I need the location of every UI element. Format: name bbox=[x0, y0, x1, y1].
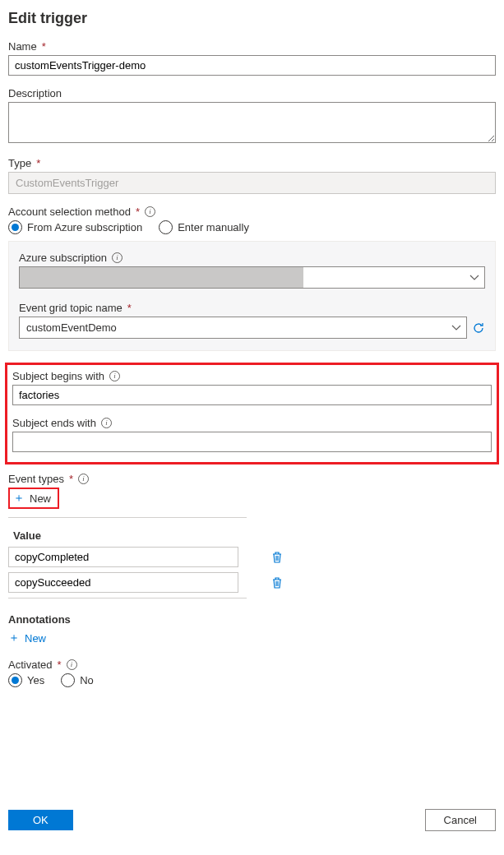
activated-radio-group: Yes No bbox=[8, 673, 496, 687]
event-types-list: Value bbox=[8, 517, 496, 598]
page-title: Edit trigger bbox=[8, 10, 496, 27]
cancel-button[interactable]: Cancel bbox=[425, 809, 496, 831]
subject-begins-label-text: Subject begins with bbox=[12, 370, 104, 382]
subject-ends-field: Subject ends with i bbox=[12, 417, 492, 452]
event-grid-topic-label-text: Event grid topic name bbox=[19, 302, 123, 314]
radio-activated-yes[interactable]: Yes bbox=[8, 673, 44, 687]
ok-button[interactable]: OK bbox=[8, 810, 73, 830]
divider bbox=[8, 598, 247, 598]
radio-from-azure-label: From Azure subscription bbox=[27, 221, 142, 233]
description-label-text: Description bbox=[8, 87, 62, 99]
type-field: Type * CustomEventsTrigger bbox=[8, 157, 496, 194]
footer: OK Cancel bbox=[0, 802, 504, 839]
event-grid-topic-field: Event grid topic name * customEventDemo bbox=[19, 302, 485, 339]
description-label: Description bbox=[8, 87, 496, 99]
name-label-text: Name bbox=[8, 40, 37, 53]
radio-indicator bbox=[159, 220, 173, 234]
azure-subscription-select[interactable] bbox=[19, 266, 485, 289]
required-asterisk: * bbox=[36, 157, 40, 169]
subject-ends-label: Subject ends with i bbox=[12, 417, 492, 429]
annotations-new-button[interactable]: ＋ New bbox=[8, 629, 46, 647]
subject-begins-input[interactable] bbox=[12, 385, 492, 405]
divider bbox=[8, 517, 247, 518]
azure-subpanel: Azure subscription i Event grid topic na… bbox=[8, 241, 496, 351]
event-types-value-header: Value bbox=[8, 526, 496, 547]
type-label-text: Type bbox=[8, 157, 31, 169]
annotations-new-label: New bbox=[25, 632, 46, 645]
info-icon[interactable]: i bbox=[78, 474, 89, 484]
type-value: CustomEventsTrigger bbox=[8, 172, 496, 194]
event-grid-topic-select[interactable]: customEventDemo bbox=[19, 317, 467, 339]
radio-indicator bbox=[8, 220, 22, 234]
radio-enter-manually[interactable]: Enter manually bbox=[159, 220, 249, 234]
required-asterisk: * bbox=[127, 302, 132, 314]
event-types-label-text: Event types bbox=[8, 473, 64, 485]
info-icon[interactable]: i bbox=[101, 418, 112, 428]
subject-ends-input[interactable] bbox=[12, 432, 492, 452]
azure-subscription-label: Azure subscription i bbox=[19, 252, 485, 264]
refresh-icon[interactable] bbox=[472, 321, 485, 335]
annotations-label: Annotations bbox=[8, 613, 496, 626]
radio-indicator bbox=[8, 673, 22, 687]
account-selection-field: Account selection method * i From Azure … bbox=[8, 206, 496, 351]
radio-activated-no[interactable]: No bbox=[61, 673, 94, 687]
event-type-row bbox=[8, 547, 496, 567]
plus-icon: ＋ bbox=[13, 491, 25, 506]
account-selection-label: Account selection method * i bbox=[8, 206, 496, 218]
subject-begins-field: Subject begins with i bbox=[12, 370, 492, 405]
required-asterisk: * bbox=[69, 473, 73, 485]
required-asterisk: * bbox=[136, 206, 140, 218]
info-icon[interactable]: i bbox=[145, 206, 155, 217]
name-input[interactable] bbox=[8, 55, 496, 76]
radio-from-azure[interactable]: From Azure subscription bbox=[8, 220, 142, 234]
event-grid-topic-value: customEventDemo bbox=[26, 321, 117, 334]
description-field: Description bbox=[8, 87, 496, 146]
azure-subscription-field: Azure subscription i bbox=[19, 252, 485, 289]
trash-icon[interactable] bbox=[271, 576, 283, 589]
info-icon[interactable]: i bbox=[109, 371, 120, 381]
radio-enter-manually-label: Enter manually bbox=[178, 221, 249, 233]
plus-icon: ＋ bbox=[8, 631, 20, 645]
account-selection-radio-group: From Azure subscription Enter manually bbox=[8, 220, 496, 234]
required-asterisk: * bbox=[57, 659, 61, 671]
subject-ends-label-text: Subject ends with bbox=[12, 417, 96, 429]
azure-subscription-label-text: Azure subscription bbox=[19, 252, 107, 264]
activated-label-text: Activated bbox=[8, 659, 52, 671]
event-types-new-button[interactable]: ＋ New bbox=[8, 488, 59, 509]
account-selection-label-text: Account selection method bbox=[8, 206, 131, 218]
radio-no-label: No bbox=[80, 674, 94, 686]
name-field: Name * bbox=[8, 40, 496, 76]
info-icon[interactable]: i bbox=[67, 659, 77, 670]
event-type-row bbox=[8, 572, 496, 593]
activated-field: Activated * i Yes No bbox=[8, 659, 496, 687]
event-type-input[interactable] bbox=[8, 572, 238, 593]
trash-icon[interactable] bbox=[271, 551, 283, 564]
event-grid-topic-label: Event grid topic name * bbox=[19, 302, 485, 314]
required-asterisk: * bbox=[42, 40, 46, 53]
radio-indicator bbox=[61, 673, 75, 687]
info-icon[interactable]: i bbox=[112, 252, 123, 263]
type-label: Type * bbox=[8, 157, 496, 169]
description-input[interactable] bbox=[8, 102, 496, 143]
name-label: Name * bbox=[8, 40, 496, 53]
radio-yes-label: Yes bbox=[27, 674, 44, 686]
subject-filter-highlight: Subject begins with i Subject ends with … bbox=[5, 363, 499, 464]
event-types-label: Event types * i bbox=[8, 473, 496, 485]
chevron-down-icon bbox=[451, 323, 461, 333]
subject-begins-label: Subject begins with i bbox=[12, 370, 492, 382]
event-type-input[interactable] bbox=[8, 547, 238, 567]
event-types-field: Event types * i ＋ New Value bbox=[8, 473, 496, 598]
chevron-down-icon bbox=[469, 273, 479, 283]
annotations-field: Annotations ＋ New bbox=[8, 613, 496, 647]
event-types-new-label: New bbox=[30, 492, 51, 505]
activated-label: Activated * i bbox=[8, 659, 496, 671]
